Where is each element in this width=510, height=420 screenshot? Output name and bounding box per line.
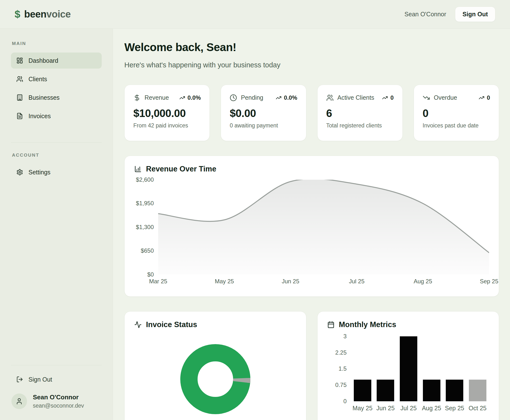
- bar-slot: [466, 336, 489, 401]
- revenue-chart-y-axis: $2,600$1,950$1,300$650$0: [134, 180, 158, 275]
- sidebar-user-name: Sean O'Connor: [33, 393, 84, 401]
- bar-slot: [374, 336, 397, 401]
- stat-description: From 42 paid invoices: [133, 122, 201, 129]
- sidebar-item-clients[interactable]: Clients: [11, 71, 102, 87]
- stat-value: $0.00: [230, 107, 297, 119]
- building-icon: [16, 94, 23, 101]
- bar-may-25: [354, 380, 371, 401]
- y-tick-label: $650: [141, 247, 154, 254]
- sidebar-user-profile[interactable]: Sean O'Connor sean@soconnor.dev: [11, 393, 102, 409]
- logout-icon: [16, 376, 23, 383]
- x-tick-label: Sep 25: [480, 278, 498, 285]
- sign-out-button[interactable]: Sign Out: [455, 7, 495, 22]
- y-tick-label: $0: [147, 271, 154, 278]
- stat-description: Invoices past due date: [423, 122, 490, 129]
- trending-up-icon: [479, 95, 484, 101]
- bar-jul-25: [400, 336, 417, 401]
- y-tick-label: 0.75: [335, 382, 347, 388]
- trending-up-icon: [382, 95, 388, 101]
- sidebar-nav-main: Dashboard Clients Businesses Invoices: [11, 53, 102, 124]
- activity-icon: [134, 321, 142, 328]
- invoice-status-card: Invoice Status: [124, 311, 306, 420]
- sidebar-item-label: Dashboard: [28, 57, 58, 64]
- sidebar-item-businesses[interactable]: Businesses: [11, 89, 102, 106]
- x-tick-label: Sep 25: [443, 405, 466, 412]
- sidebar-item-label: Invoices: [28, 113, 51, 120]
- clock-icon: [230, 94, 237, 101]
- users-icon: [326, 94, 334, 101]
- y-tick-label: 0: [343, 398, 346, 405]
- sidebar-user-email: sean@soconnor.dev: [33, 402, 84, 409]
- app-logo[interactable]: $ beenvoice: [15, 9, 71, 20]
- sidebar-footer-divider: [11, 365, 102, 365]
- bar-aug-25: [423, 380, 440, 401]
- dashboard-icon: [16, 57, 23, 64]
- sidebar-item-dashboard[interactable]: Dashboard: [11, 53, 102, 69]
- stat-value: $10,000.00: [133, 107, 201, 119]
- stat-card: Active Clients 0 6 Total registered clie…: [317, 85, 403, 141]
- stat-trend-value: 0.0%: [284, 94, 297, 101]
- x-tick-label: Jun 25: [374, 405, 397, 412]
- file-icon: [16, 113, 23, 119]
- trending-up-icon: [179, 95, 185, 101]
- users-icon: [16, 76, 23, 82]
- stat-card: Pending 0.0% $0.00 0 awaiting payment: [221, 85, 306, 141]
- stat-card-row: Revenue 0.0% $10,000.00 From 42 paid inv…: [124, 85, 499, 141]
- bar-jun-25: [377, 380, 394, 401]
- revenue-chart-header: Revenue Over Time: [134, 164, 489, 174]
- calendar-icon: [327, 321, 335, 328]
- app-name: beenvoice: [24, 9, 71, 20]
- stat-trend-value: 0: [487, 94, 490, 101]
- stat-label: Revenue: [145, 94, 169, 101]
- sidebar-item-settings[interactable]: Settings: [11, 164, 102, 180]
- y-tick-label: $1,950: [136, 200, 154, 207]
- sidebar: MAIN Dashboard Clients Businesses Invoic…: [0, 29, 113, 420]
- monthly-metrics-card: Monthly Metrics 32.251.50.750 May 25Jun …: [317, 311, 499, 420]
- revenue-chart-x-axis: Mar 25May 25Jun 25Jul 25Aug 25Sep 25: [158, 275, 489, 285]
- sidebar-item-label: Businesses: [28, 94, 60, 101]
- invoice-status-header: Invoice Status: [134, 320, 296, 330]
- bar-slot: [420, 336, 443, 401]
- stat-label: Active Clients: [337, 94, 374, 101]
- y-tick-label: $2,600: [136, 176, 154, 183]
- stat-card: Revenue 0.0% $10,000.00 From 42 paid inv…: [124, 85, 210, 141]
- x-tick-label: Jul 25: [349, 278, 364, 285]
- stat-value: 6: [326, 107, 394, 119]
- x-tick-label: Aug 25: [414, 278, 432, 285]
- stat-trend-value: 0: [390, 94, 393, 101]
- sidebar-divider: [11, 143, 102, 143]
- top-bar: $ beenvoice Sean O'Connor Sign Out: [0, 0, 510, 29]
- bar-slot: [397, 336, 420, 401]
- stat-trend-value: 0.0%: [188, 94, 201, 101]
- x-tick-label: Oct 25: [466, 405, 489, 412]
- y-tick-label: 2.25: [335, 349, 347, 356]
- stat-label: Pending: [241, 94, 263, 101]
- monthly-metrics-y-axis: 32.251.50.750: [327, 336, 351, 401]
- y-tick-label: $1,300: [136, 224, 154, 231]
- header-right: Sean O'Connor Sign Out: [404, 7, 495, 22]
- monthly-metrics-x-axis: May 25Jun 25Jul 25Aug 25Sep 25Oct 25: [351, 405, 489, 412]
- stat-value: 0: [423, 107, 490, 119]
- dollar-icon: [133, 94, 141, 101]
- bar-sep-25: [446, 380, 463, 401]
- dollar-logo-icon: $: [15, 9, 20, 20]
- x-tick-label: May 25: [215, 278, 234, 285]
- sidebar-nav-account: Settings: [11, 164, 102, 180]
- avatar: [11, 393, 27, 409]
- chart-column-icon: [134, 165, 142, 173]
- stat-card: Overdue 0 0 Invoices past due date: [414, 85, 499, 141]
- sidebar-item-invoices[interactable]: Invoices: [11, 108, 102, 124]
- stat-label: Overdue: [434, 94, 457, 101]
- monthly-metrics-title: Monthly Metrics: [339, 320, 396, 329]
- user-icon: [16, 398, 23, 405]
- revenue-chart-title: Revenue Over Time: [146, 165, 216, 173]
- page-subtitle: Here's what's happening with your busine…: [124, 61, 499, 69]
- sidebar-section-account-label: ACCOUNT: [12, 152, 102, 158]
- sidebar-item-label: Clients: [28, 76, 47, 83]
- x-tick-label: Mar 25: [149, 278, 167, 285]
- sidebar-sign-out[interactable]: Sign Out: [11, 372, 102, 387]
- stat-description: 0 awaiting payment: [230, 122, 297, 129]
- y-tick-label: 3: [343, 333, 346, 340]
- monthly-metrics-header: Monthly Metrics: [327, 320, 489, 330]
- revenue-area-chart: [158, 180, 489, 275]
